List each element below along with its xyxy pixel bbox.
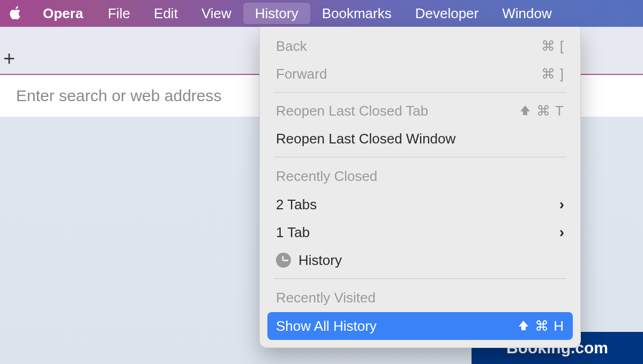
menu-edit[interactable]: Edit (142, 0, 190, 27)
menu-item-label: Show All History (276, 318, 377, 335)
menu-section-label: Recently Visited (276, 290, 376, 306)
history-menu-dropdown: Back ⌘ [ Forward ⌘ ] Reopen Last Closed … (259, 27, 581, 348)
menu-item-shortcut: ⌘ T (520, 103, 564, 119)
menu-history[interactable]: History (243, 3, 310, 24)
menu-section-label: Recently Closed (276, 168, 377, 185)
menu-item-shortcut: ⌘ ] (541, 66, 564, 82)
chevron-right-icon: › (559, 196, 564, 213)
menu-item-reopen-last-window[interactable]: Reopen Last Closed Window (267, 125, 573, 153)
menu-app-name[interactable]: Opera (38, 0, 96, 27)
menu-item-forward: Forward ⌘ ] (267, 60, 573, 88)
apple-menu-icon[interactable] (5, 6, 27, 21)
menu-view[interactable]: View (190, 0, 243, 27)
menu-section-recently-visited: Recently Visited (267, 283, 573, 312)
menu-separator (274, 278, 566, 279)
menu-separator (274, 92, 566, 93)
menu-developer[interactable]: Developer (403, 0, 491, 27)
chevron-right-icon: › (559, 224, 564, 241)
menu-item-show-all-history[interactable]: Show All History ⌘ H (267, 312, 573, 340)
menu-item-shortcut: ⌘ [ (541, 38, 564, 55)
menu-separator (274, 157, 566, 157)
menu-bookmarks[interactable]: Bookmarks (310, 0, 403, 27)
menu-item-back: Back ⌘ [ (267, 32, 573, 60)
menu-item-label: Reopen Last Closed Window (276, 131, 455, 147)
menu-window[interactable]: Window (490, 0, 563, 27)
menu-item-label: 2 Tabs (276, 196, 317, 213)
menu-section-recently-closed: Recently Closed (267, 162, 573, 191)
menu-file[interactable]: File (96, 0, 142, 27)
menu-item-label: Back (276, 38, 307, 55)
menu-item-label: History (298, 252, 342, 269)
menu-item-recently-closed[interactable]: History (267, 246, 573, 274)
menubar: Opera File Edit View History Bookmarks D… (0, 0, 643, 27)
new-tab-button[interactable]: + (3, 48, 15, 69)
menu-item-label: Forward (276, 66, 327, 82)
menu-item-label: Reopen Last Closed Tab (276, 103, 428, 119)
menu-item-label: 1 Tab (276, 224, 310, 241)
menu-item-recently-closed[interactable]: 1 Tab › (267, 218, 573, 246)
clock-icon (276, 253, 291, 268)
menu-item-shortcut: ⌘ H (519, 318, 564, 335)
menu-item-recently-closed[interactable]: 2 Tabs › (267, 191, 573, 218)
menu-item-reopen-last-tab: Reopen Last Closed Tab ⌘ T (267, 97, 573, 125)
